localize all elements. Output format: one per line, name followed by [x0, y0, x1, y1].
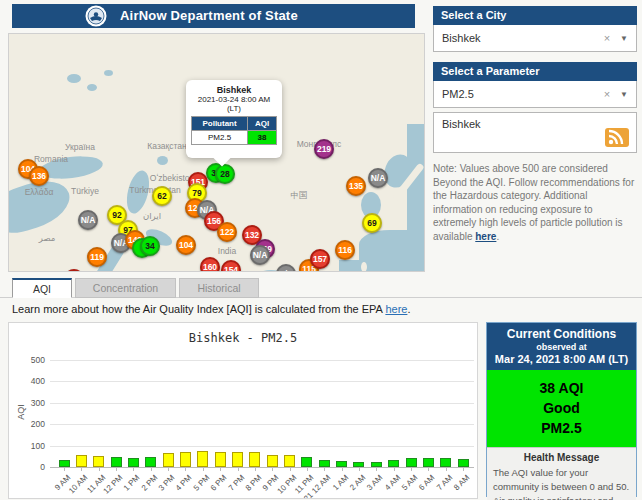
- chart-bar: [388, 460, 399, 467]
- note-suffix: .: [496, 231, 499, 242]
- chart-x-tickmark: [272, 468, 273, 471]
- select-city-header: Select a City: [433, 6, 637, 25]
- parameter-select[interactable]: PM2.5 × ▼: [433, 81, 637, 108]
- lake: [67, 74, 81, 83]
- chart-bar: [93, 456, 104, 467]
- chart-x-tickmark: [359, 468, 360, 471]
- aqi-marker[interactable]: 62: [152, 186, 172, 206]
- chart-x-tickmark: [220, 468, 221, 471]
- city-caret-icon[interactable]: ▼: [620, 34, 628, 43]
- chart-bar: [267, 455, 278, 467]
- taiwan-island: [361, 262, 367, 272]
- aqi-map[interactable]: УкраїнаRomaniaΕλλάδαTürkiyeTürkmenistanК…: [8, 33, 425, 272]
- parameter-caret-icon[interactable]: ▼: [620, 90, 628, 99]
- aqi-marker[interactable]: 69: [362, 213, 382, 233]
- rss-city-label: Bishkek: [442, 118, 481, 130]
- popup-pollutant-header: Pollutant: [192, 117, 248, 131]
- aqi-marker[interactable]: 119: [87, 247, 107, 267]
- chart-x-tickmark: [342, 468, 343, 471]
- chart-x-tickmark: [168, 468, 169, 471]
- epa-link[interactable]: here: [385, 303, 407, 315]
- aqi-marker[interactable]: 190: [64, 269, 84, 272]
- clear-city-icon[interactable]: ×: [604, 32, 610, 44]
- aqi-chart: Bishkek - PM2.5 AQI 01002003004005009 AM…: [8, 322, 478, 499]
- learn-more-text: Learn more about how the Air Quality Ind…: [12, 303, 410, 315]
- note-here-link[interactable]: here: [475, 231, 496, 242]
- rss-feed-icon[interactable]: [605, 128, 629, 147]
- chart-x-tickmark: [151, 468, 152, 471]
- chart-x-tickmark: [463, 468, 464, 471]
- lake: [104, 70, 113, 76]
- chart-bar: [406, 458, 417, 467]
- chart-gridline: [50, 403, 474, 404]
- chart-gridline: [50, 424, 474, 425]
- aqi-marker[interactable]: 219: [314, 139, 334, 159]
- aqi-pollutant: PM2.5: [487, 418, 636, 438]
- popup-aqi-value: 38: [248, 131, 277, 145]
- health-message-text: The AQI value for your community is betw…: [493, 466, 630, 500]
- chart-bar: [284, 455, 295, 467]
- chart-y-tick: 100: [19, 441, 45, 451]
- chart-x-tickmark: [394, 468, 395, 471]
- chart-x-tickmark: [116, 468, 117, 471]
- chart-x-tickmark: [376, 468, 377, 471]
- tab-historical[interactable]: Historical: [179, 278, 259, 298]
- east-china-sea: [359, 230, 425, 266]
- chart-bar: [353, 462, 364, 467]
- observed-at-label: observed at: [489, 342, 634, 352]
- chart-bar: [319, 460, 330, 467]
- aqi-value: 38 AQI: [487, 378, 636, 398]
- popup-city: Bishkek: [190, 85, 278, 95]
- app-title: AirNow Department of State: [120, 8, 298, 23]
- chart-bar: [145, 457, 156, 467]
- map-country-label: ايران: [143, 211, 161, 221]
- aqi-marker[interactable]: 104: [176, 235, 196, 255]
- chart-bar: [76, 455, 87, 467]
- aqi-marker[interactable]: 34: [140, 236, 160, 256]
- aqi-marker[interactable]: N/A: [250, 245, 270, 265]
- chart-bar: [215, 452, 226, 467]
- aqi-marker[interactable]: 160: [200, 257, 220, 272]
- state-department-seal-icon: [85, 5, 107, 27]
- chart-bar: [232, 452, 243, 467]
- aral-sea: [157, 156, 168, 165]
- clear-parameter-icon[interactable]: ×: [604, 88, 610, 100]
- chart-bar: [423, 458, 434, 467]
- chart-x-tickmark: [99, 468, 100, 471]
- chart-x-tickmark: [81, 468, 82, 471]
- tab-concentration[interactable]: Concentration: [75, 278, 176, 298]
- aqi-category: Good: [487, 398, 636, 418]
- chart-bar: [458, 459, 469, 467]
- aqi-marker[interactable]: 28: [215, 164, 235, 184]
- chart-x-tickmark: [64, 468, 65, 471]
- note-text: Note: Values above 500 are considered Be…: [433, 163, 634, 242]
- chart-x-tickmark: [411, 468, 412, 471]
- chart-x-tickmark: [428, 468, 429, 471]
- aqi-marker[interactable]: N/A: [78, 210, 98, 230]
- aqi-marker[interactable]: N/A: [368, 168, 388, 188]
- aqi-marker[interactable]: 135: [346, 176, 366, 196]
- aqi-marker[interactable]: N/A: [276, 264, 296, 272]
- tab-aqi[interactable]: AQI: [12, 278, 72, 298]
- chart-y-tick: 300: [19, 398, 45, 408]
- current-conditions-header: Current Conditions observed at Mar 24, 2…: [487, 323, 636, 370]
- chart-bar: [163, 453, 174, 467]
- aqi-marker[interactable]: 122: [217, 222, 237, 242]
- map-country-label: Türkiye: [71, 186, 99, 196]
- chart-bar: [59, 460, 70, 467]
- popup-datetime: 2021-03-24 8:00 AM: [190, 95, 278, 104]
- aqi-marker[interactable]: 136: [29, 166, 49, 186]
- popup-timezone: (LT): [190, 104, 278, 113]
- map-country-label: مصر: [39, 233, 56, 243]
- popup-table: Pollutant AQI PM2.5 38: [191, 116, 277, 145]
- chart-bar: [180, 452, 191, 467]
- aqi-marker[interactable]: 116: [335, 240, 355, 260]
- chart-gridline: [50, 360, 474, 361]
- aqi-marker[interactable]: 154: [221, 260, 241, 272]
- observed-datetime: Mar 24, 2021 8:00 AM (LT): [489, 353, 634, 365]
- chart-bar: [301, 457, 312, 467]
- popup-aqi-header: AQI: [248, 117, 277, 131]
- aqi-marker[interactable]: 157: [310, 249, 330, 269]
- health-message-box: Health Message The AQI value for your co…: [487, 447, 636, 500]
- city-select[interactable]: Bishkek × ▼: [433, 25, 637, 52]
